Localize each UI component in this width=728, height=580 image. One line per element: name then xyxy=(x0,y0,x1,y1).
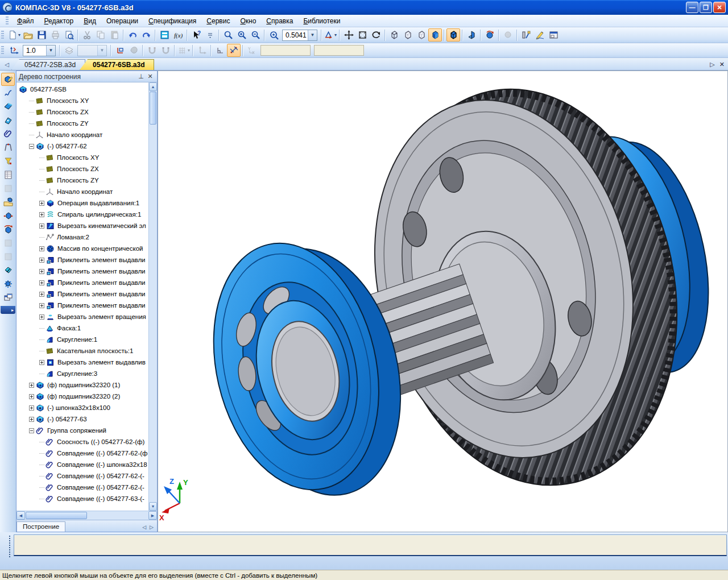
tree-item[interactable]: (ф) подшипник32320 (1) xyxy=(16,379,148,391)
combo-dropdown-icon[interactable]: ▼ xyxy=(97,45,106,56)
scroll-right-icon[interactable]: ▶ xyxy=(148,511,157,520)
pin-icon[interactable]: ⊥ xyxy=(136,73,146,80)
tree-item[interactable]: Плоскость ZX xyxy=(16,106,148,118)
measure-button[interactable] xyxy=(519,28,533,42)
tree-item[interactable]: Скругление:3 xyxy=(16,368,148,379)
menu-Операции[interactable]: Операции xyxy=(101,15,143,27)
expand-icon[interactable] xyxy=(29,383,34,388)
tree-item[interactable]: Приклеить элемент выдавли xyxy=(16,288,148,300)
tree-item[interactable]: (ф) подшипник32320 (2) xyxy=(16,391,148,402)
expand-icon[interactable] xyxy=(39,212,44,217)
tree-item[interactable]: Фаска:1 xyxy=(16,322,148,334)
hidden-thin-button[interactable] xyxy=(415,28,428,42)
tree-item[interactable]: Вырезать элемент выдавлив xyxy=(16,357,148,368)
scale-combo[interactable]: 0.5041▼ xyxy=(282,30,317,41)
menu-Вид[interactable]: Вид xyxy=(78,15,101,27)
expand-icon[interactable] xyxy=(39,280,44,285)
rotate-part-button[interactable] xyxy=(1,223,15,236)
expand-icon[interactable] xyxy=(39,258,44,263)
rotate-view-button[interactable] xyxy=(369,28,383,42)
hidden-lines-button[interactable] xyxy=(401,28,415,42)
edit-part-button[interactable] xyxy=(1,73,15,86)
dropdown-caret-icon[interactable]: ▾ xyxy=(18,32,20,38)
move-part-button[interactable] xyxy=(1,209,15,222)
menu-Окно[interactable]: Окно xyxy=(235,15,261,27)
expand-icon[interactable] xyxy=(39,246,44,251)
tree-item[interactable]: Операция выдавливания:1 xyxy=(16,197,148,209)
shaded-button[interactable] xyxy=(428,28,442,42)
tree-item[interactable]: Приклеить элемент выдавли xyxy=(16,300,148,311)
tree-item[interactable]: Плоскость ZX xyxy=(16,163,148,175)
document-tab-054277-2SB.a3d[interactable]: 054277-2SB.a3d xyxy=(11,59,85,70)
specification-button[interactable] xyxy=(158,28,171,42)
point-button[interactable] xyxy=(1,114,15,127)
vertical-scroll-thumb[interactable] xyxy=(150,92,156,125)
new-window-button[interactable] xyxy=(1,291,15,304)
tab-close-button[interactable]: ✕ xyxy=(719,61,725,68)
scroll-down-icon[interactable]: ▼ xyxy=(149,502,157,511)
expand-icon[interactable] xyxy=(39,303,44,308)
panel-tab-right-icon[interactable]: ▷ xyxy=(150,524,154,530)
add-from-file-button[interactable] xyxy=(1,196,15,209)
toolbar-expand-icon[interactable]: ▸ xyxy=(1,306,15,314)
3d-viewport[interactable]: X Y Z xyxy=(158,71,728,532)
tree-item[interactable]: (-) 054277-63 xyxy=(16,413,148,425)
expand-icon[interactable] xyxy=(29,394,34,399)
local-cs-button[interactable] xyxy=(113,44,127,57)
tab-construction[interactable]: Построение xyxy=(16,521,65,532)
collapse-icon[interactable] xyxy=(29,144,34,149)
step-button[interactable] xyxy=(7,44,21,57)
tree-item[interactable]: Касательная плоскость:1 xyxy=(16,345,148,357)
tree-item[interactable]: Совпадение ((-) 054277-62-(- xyxy=(16,470,148,482)
wireframe-button[interactable] xyxy=(387,28,401,42)
combo-dropdown-icon[interactable]: ▼ xyxy=(46,45,55,56)
tree-vertical-scrollbar[interactable]: ▲ ▼ xyxy=(148,82,157,511)
combo-dropdown-icon[interactable]: ▼ xyxy=(308,30,317,40)
collapse-icon[interactable] xyxy=(29,428,34,433)
tree-item[interactable]: Соосность ((-) 054277-62-(ф) xyxy=(16,436,148,448)
layers-combo[interactable]: ▼ xyxy=(77,45,107,56)
context-help-button[interactable]: ? xyxy=(189,28,203,42)
close-button[interactable]: ✕ xyxy=(713,2,726,13)
redo-button[interactable] xyxy=(139,28,153,42)
spline-button[interactable] xyxy=(1,86,15,100)
bar-drag-handle[interactable] xyxy=(9,536,10,557)
tree-item[interactable]: Спираль цилиндрическая:1 xyxy=(16,209,148,220)
menu-Сервис[interactable]: Сервис xyxy=(201,15,235,27)
tree-item[interactable]: Совпадение ((-) 054277-63-(- xyxy=(16,493,148,504)
coord-x-input[interactable] xyxy=(260,45,311,56)
measure3d-button[interactable] xyxy=(1,141,15,154)
expand-icon[interactable] xyxy=(39,223,44,229)
filter-button[interactable] xyxy=(1,155,15,168)
new-document-button[interactable]: ▾ xyxy=(7,28,21,42)
zoom-scale-button[interactable] xyxy=(267,28,280,42)
scroll-left-icon[interactable]: ◀ xyxy=(16,511,25,520)
properties-button[interactable] xyxy=(547,28,560,42)
reorient-button[interactable] xyxy=(483,28,497,42)
tree-horizontal-scrollbar[interactable]: ◀ ▶ xyxy=(16,511,157,520)
scroll-up-icon[interactable]: ▲ xyxy=(149,82,157,91)
expand-icon[interactable] xyxy=(39,201,44,206)
variables-fx-button[interactable]: f(x) xyxy=(171,28,185,42)
tree-item[interactable]: Приклеить элемент выдавли xyxy=(16,277,148,288)
tabs-scroll-right-button[interactable]: ▷ xyxy=(710,61,714,68)
snap-button[interactable] xyxy=(227,44,241,57)
save-button[interactable] xyxy=(35,28,48,42)
expand-icon[interactable] xyxy=(39,314,44,320)
zoom-in-button[interactable] xyxy=(235,28,249,42)
restore-button[interactable]: ❐ xyxy=(700,2,712,13)
zoom-fit-button[interactable] xyxy=(355,28,369,42)
expand-icon[interactable] xyxy=(39,269,44,274)
horizontal-scroll-thumb[interactable] xyxy=(26,512,87,519)
zoom-out-button[interactable] xyxy=(249,28,262,42)
tree-item[interactable]: Плоскость XY xyxy=(16,95,148,106)
expand-icon[interactable] xyxy=(39,360,44,365)
tree-item[interactable]: Совпадение ((-) 054277-62-(- xyxy=(16,482,148,493)
ortho-button[interactable] xyxy=(213,44,227,57)
tree-item[interactable]: (-) 054277-62 xyxy=(16,140,148,152)
tree-item[interactable]: Ломаная:2 xyxy=(16,231,148,243)
tree-item[interactable]: 054277-6SB xyxy=(16,84,148,95)
document-tab-054277-6SB.a3d[interactable]: 054277-6SB.a3d xyxy=(80,59,154,70)
expand-icon[interactable] xyxy=(29,405,34,411)
tree-item[interactable]: Вырезать кинематический эл xyxy=(16,220,148,231)
